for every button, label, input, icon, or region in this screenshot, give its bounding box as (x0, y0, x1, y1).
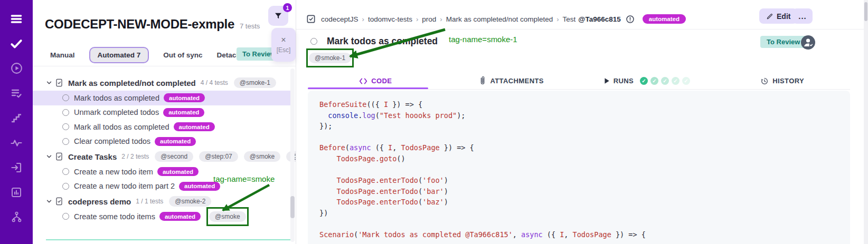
test-title: Create a new todo item part 2 (74, 182, 175, 190)
suite-file-icon (55, 197, 63, 206)
tab-attachments[interactable]: ATTACHMENTS (444, 73, 579, 89)
tab-out-of-sync[interactable]: Out of sync (163, 51, 202, 59)
tab-automated[interactable]: Automated 7 (89, 47, 149, 63)
code-line: Scenario('Mark todos as completed @Ta966… (319, 229, 838, 240)
automated-badge: automated (159, 212, 201, 221)
suite-test-count: 2 / 2 tests (121, 153, 149, 160)
breadcrumb-item[interactable]: Mark as completed/not completed (446, 15, 553, 23)
automated-badge: automated (174, 122, 215, 131)
menu-icon[interactable] (0, 6, 33, 31)
filter-count-badge: 1 (283, 3, 292, 12)
code-block[interactable]: BeforeSuite(({ I }) => { console.log("Te… (308, 91, 850, 244)
paperclip-icon (478, 76, 486, 85)
run-play-icon[interactable] (0, 56, 33, 81)
test-title: Unmark completed todos (74, 108, 159, 116)
test-status-icon (62, 138, 69, 145)
test-tag-row: @smoke-1 (309, 53, 351, 62)
breadcrumb-separator: › (416, 15, 418, 23)
analytics-chart-icon[interactable] (0, 180, 33, 204)
code-line: TodosPage.enterTodo('foo') (319, 175, 838, 186)
page-scrollbar-thumb[interactable] (864, 2, 867, 21)
test-tree: Mark as completed/not completed4 / 4 tes… (33, 75, 290, 224)
run-check-icon: ✓ (650, 77, 658, 85)
tag-badge[interactable]: @second (155, 151, 193, 162)
import-icon[interactable] (0, 155, 33, 180)
breadcrumb-separator: › (556, 15, 559, 23)
avatar[interactable] (801, 35, 815, 50)
tab-runs-label: RUNS (614, 77, 634, 85)
suite-row[interactable]: Create Tasks2 / 2 tests@second@step:07@s… (33, 149, 290, 164)
test-status-icon (310, 38, 317, 45)
suite-test-count: 4 / 4 tests (201, 79, 228, 86)
tab-history[interactable]: HISTORY (714, 73, 850, 89)
tag-badge[interactable]: @smoke (209, 211, 246, 222)
tab-history-label: HISTORY (772, 77, 804, 85)
suite-row[interactable]: codepress demo1 / 1 tests@smoke-2 (33, 193, 290, 209)
code-line: }); (319, 121, 838, 132)
divider (33, 66, 296, 66)
test-row[interactable]: Clear completed todosautomated (33, 134, 290, 149)
project-title: CODECEPT-NEW-MODE-exmple7 tests (45, 17, 260, 32)
suite-title: Create Tasks (68, 152, 117, 161)
chevron-down-icon[interactable] (45, 79, 53, 86)
divider (296, 29, 864, 30)
breadcrumb-item[interactable]: codeceptJS (321, 15, 358, 23)
test-title-row: Mark todos as completed (310, 36, 438, 47)
automated-badge: automated (643, 14, 686, 24)
history-icon (760, 77, 769, 85)
test-title: Clear completed todos (74, 137, 150, 145)
history-clock-icon[interactable] (625, 14, 635, 24)
close-icon[interactable]: × (281, 36, 286, 44)
breadcrumb-test-label: Test (563, 15, 576, 23)
run-check-icon: ✓ (640, 77, 648, 85)
active-tab-underline (308, 87, 428, 89)
test-row[interactable]: Mark todos as completedautomated (33, 91, 291, 105)
left-scrollbar-thumb[interactable] (290, 196, 295, 218)
breadcrumb-item[interactable]: todomvc-tests (368, 15, 412, 23)
tag-badge[interactable]: @step:07 (199, 151, 238, 162)
test-plan-list-icon[interactable] (0, 81, 33, 105)
code-line: }) (319, 208, 838, 219)
automated-badge: automated (157, 167, 199, 176)
tag-badge-smoke-1[interactable]: @smoke-1 (309, 53, 351, 63)
test-row[interactable]: Mark all todos as completedautomated (33, 120, 290, 134)
filter-popup: × [Esc] (271, 28, 296, 62)
test-row[interactable]: Create some todo itemsautomated@smoke (33, 209, 290, 224)
pulse-icon[interactable] (0, 130, 33, 155)
project-title-text: CODECEPT-NEW-MODE-exmple (45, 17, 234, 31)
tab-attachments-label: ATTACHMENTS (490, 77, 543, 85)
annotation-tag-name-smoke: tag-name=smoke (213, 174, 275, 183)
chevron-down-icon[interactable] (45, 153, 53, 160)
suite-title: Mark as completed/not completed (68, 79, 196, 87)
sidebar-rail (0, 0, 33, 244)
tests-check-icon[interactable] (0, 31, 33, 56)
row-underline (46, 239, 293, 240)
tag-badge[interactable]: @smoke-2 (169, 196, 211, 207)
tab-manual[interactable]: Manual (50, 51, 75, 59)
test-status-icon (62, 213, 69, 220)
app-window: CODECEPT-NEW-MODE-exmple7 tests 1 × [Esc… (0, 0, 868, 244)
code-icon (359, 77, 367, 85)
chevron-down-icon[interactable] (45, 198, 53, 205)
edit-label: Edit (777, 12, 790, 21)
test-status-icon (62, 168, 69, 175)
edit-button[interactable]: Edit (759, 8, 797, 24)
code-lines: BeforeSuite(({ I }) => { console.log("Te… (319, 99, 838, 240)
test-id: @Ta966c815 (578, 15, 620, 23)
steps-icon[interactable] (0, 105, 33, 130)
left-scrollbar[interactable] (290, 69, 295, 242)
tag-badge[interactable]: @smoke (244, 151, 281, 162)
branch-icon[interactable] (0, 204, 33, 229)
play-icon (603, 77, 610, 84)
more-button[interactable]: ... (792, 8, 813, 24)
tag-badge[interactable]: @smoke-1 (234, 77, 276, 88)
test-row[interactable]: Unmark completed todosautomated (33, 105, 290, 120)
tab-code-label: CODE (371, 77, 392, 85)
page-scrollbar[interactable] (864, 0, 868, 244)
tab-code[interactable]: CODE (308, 73, 444, 89)
tab-runs[interactable]: RUNS ✓✓✓✓✓ (579, 73, 715, 89)
suite-row[interactable]: Mark as completed/not completed4 / 4 tes… (33, 75, 290, 91)
breadcrumb-item[interactable]: prod (422, 15, 436, 23)
status-badge[interactable]: To Review (760, 36, 806, 48)
code-line (319, 164, 838, 175)
